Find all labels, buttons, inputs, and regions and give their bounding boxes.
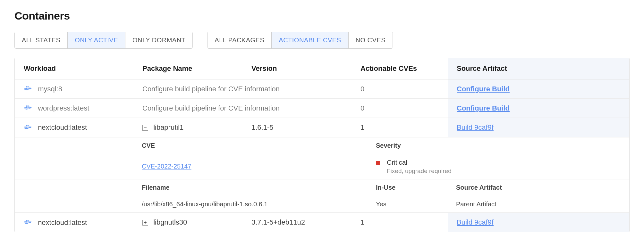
expand-icon[interactable]: + xyxy=(142,220,148,226)
table-header-row: Workload Package Name Version Actionable… xyxy=(15,58,629,79)
svg-rect-18 xyxy=(26,220,27,221)
filter-all-packages[interactable]: ALL PACKAGES xyxy=(208,32,272,48)
cve-link[interactable]: CVE-2022-25147 xyxy=(142,163,191,170)
version-cell: 1.6.1-5 xyxy=(242,118,352,137)
inuse-cell: Yes xyxy=(368,196,448,212)
page-title: Containers xyxy=(14,10,630,22)
workload-name: nextcloud:latest xyxy=(38,218,87,227)
filter-only-dormant[interactable]: ONLY DORMANT xyxy=(125,32,192,48)
filter-only-active[interactable]: ONLY ACTIVE xyxy=(68,32,125,48)
configure-build-link[interactable]: Configure Build xyxy=(457,85,510,93)
svg-rect-14 xyxy=(28,125,29,126)
table-row[interactable]: nextcloud:latest + libgnutls30 3.7.1-5+d… xyxy=(15,213,629,232)
source-header: Source Artifact xyxy=(448,179,629,196)
severity-note: Fixed, upgrade required xyxy=(387,168,452,175)
cve-header: CVE xyxy=(133,137,368,154)
svg-rect-19 xyxy=(28,220,29,221)
svg-rect-11 xyxy=(26,127,27,128)
svg-rect-15 xyxy=(24,221,26,223)
svg-rect-3 xyxy=(26,87,27,88)
state-filter-group: ALL STATES ONLY ACTIVE ONLY DORMANT xyxy=(14,32,193,49)
package-name: libgnutls30 xyxy=(153,218,187,226)
filename-cell: /usr/lib/x86_64-linux-gnu/libaprutil-1.s… xyxy=(133,196,368,212)
svg-rect-13 xyxy=(26,125,27,126)
build-link[interactable]: Build 9caf9f xyxy=(457,218,494,226)
cves-cell: 0 xyxy=(352,99,448,118)
table-row[interactable]: mysql:8 Configure build pipeline for CVE… xyxy=(15,79,629,99)
workload-name: wordpress:latest xyxy=(38,104,89,112)
severity-level: Critical xyxy=(387,159,452,166)
configure-build-link[interactable]: Configure Build xyxy=(457,104,510,112)
svg-rect-1 xyxy=(26,88,27,89)
cves-cell: 1 xyxy=(352,213,448,232)
version-cell: 3.7.1-5+deb11u2 xyxy=(242,213,352,232)
filename-header: Filename xyxy=(133,179,368,196)
col-cves: Actionable CVEs xyxy=(352,58,448,79)
svg-rect-4 xyxy=(28,87,29,88)
docker-icon xyxy=(24,219,33,226)
table-row[interactable]: wordpress:latest Configure build pipelin… xyxy=(15,99,629,118)
svg-rect-7 xyxy=(28,107,29,108)
cve-detail-row: CVE Severity CVE-2022-25147 Critical Fix… xyxy=(15,137,629,213)
docker-icon xyxy=(24,105,33,112)
col-workload: Workload xyxy=(15,58,133,79)
workload-name: mysql:8 xyxy=(38,85,62,93)
docker-icon xyxy=(24,86,33,93)
package-cell: Configure build pipeline for CVE informa… xyxy=(133,79,352,99)
svg-rect-6 xyxy=(26,107,27,108)
package-cell: Configure build pipeline for CVE informa… xyxy=(133,99,352,118)
inuse-header: In-Use xyxy=(368,179,448,196)
collapse-icon[interactable]: − xyxy=(142,125,148,131)
svg-rect-8 xyxy=(26,106,27,107)
package-filter-group: ALL PACKAGES ACTIONABLE CVES NO CVES xyxy=(207,32,393,49)
col-version: Version xyxy=(242,58,352,79)
filter-actionable-cves[interactable]: ACTIONABLE CVES xyxy=(272,32,348,48)
severity-indicator-icon xyxy=(376,161,380,165)
cves-cell: 0 xyxy=(352,79,448,99)
svg-rect-5 xyxy=(24,107,26,108)
filter-all-states[interactable]: ALL STATES xyxy=(15,32,68,48)
col-source: Source Artifact xyxy=(448,58,629,79)
svg-rect-12 xyxy=(28,127,29,128)
svg-rect-17 xyxy=(28,221,29,223)
severity-header: Severity xyxy=(368,137,629,154)
containers-table: Workload Package Name Version Actionable… xyxy=(14,58,630,232)
package-name: libaprutil1 xyxy=(153,123,183,131)
svg-rect-2 xyxy=(28,88,29,89)
svg-rect-9 xyxy=(28,106,29,107)
filter-no-cves[interactable]: NO CVES xyxy=(349,32,393,48)
workload-name: nextcloud:latest xyxy=(38,124,87,132)
file-source-cell: Parent Artifact xyxy=(448,196,629,212)
svg-rect-16 xyxy=(26,221,27,223)
cves-cell: 1 xyxy=(352,118,448,137)
svg-rect-10 xyxy=(24,127,26,128)
table-row[interactable]: nextcloud:latest − libaprutil1 1.6.1-5 1… xyxy=(15,118,629,137)
build-link[interactable]: Build 9caf9f xyxy=(457,123,494,131)
svg-rect-0 xyxy=(24,88,26,89)
severity-cell: Critical Fixed, upgrade required xyxy=(376,159,621,175)
col-package: Package Name xyxy=(133,58,242,79)
docker-icon xyxy=(24,124,33,131)
filter-row: ALL STATES ONLY ACTIVE ONLY DORMANT ALL … xyxy=(14,32,630,49)
